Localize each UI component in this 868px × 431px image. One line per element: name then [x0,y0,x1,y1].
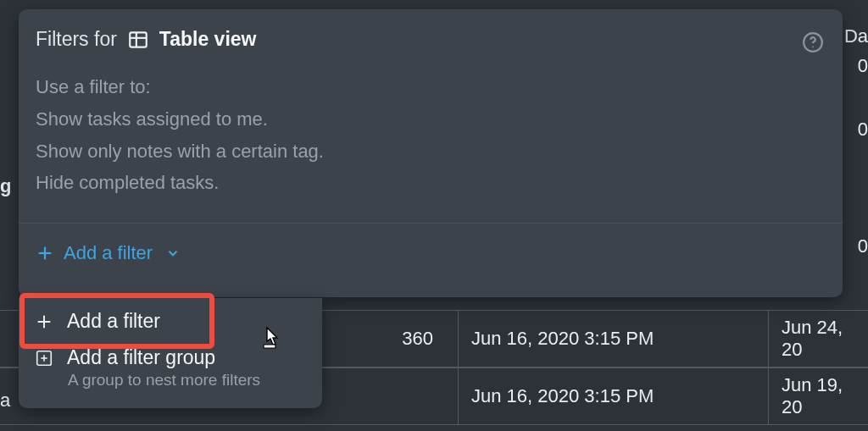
bg-value-zero: 0 [858,119,868,141]
menu-item-add-filter[interactable]: Add a filter [19,303,322,340]
menu-item-subtitle: A group to nest more filters [68,371,307,390]
panel-description: Use a filter to: Show tasks assigned to … [19,59,843,223]
cell-date: Jun 24, 20 [768,311,868,367]
desc-line: Show tasks assigned to me. [36,103,826,135]
filters-panel: Filters for Table view Us [19,9,843,297]
add-filter-label: Add a filter [64,242,153,264]
menu-item-add-filter-group[interactable]: Add a filter group A group to nest more … [19,340,322,396]
cell-date: Jun 16, 2020 3:15 PM [458,311,654,367]
chevron-down-icon [165,246,181,261]
view-name: Table view [159,28,257,51]
bg-col-label-g: g [0,175,11,197]
add-filter-dropdown-trigger[interactable]: Add a filter [19,224,843,283]
svg-rect-0 [130,32,147,47]
menu-item-label: Add a filter [67,310,160,333]
desc-line: Show only notes with a certain tag. [36,135,826,168]
cell-number: 360 [402,328,433,350]
add-filter-dropdown: Add a filter Add a filter group A group … [19,298,322,408]
cell-date: Jun 16, 2020 3:15 PM [458,368,654,424]
bg-col-label-date-partial: Da [844,25,868,47]
bg-value-zero: 0 [858,235,868,257]
add-group-icon [34,348,54,368]
bg-value-zero: 0 [858,55,868,77]
help-icon[interactable] [802,31,824,53]
table-icon [127,29,149,51]
desc-line: Use a filter to: [36,71,826,103]
menu-item-label: Add a filter group [67,346,215,369]
title-prefix: Filters for [36,28,117,51]
cell-date: Jun 19, 20 [768,368,868,424]
panel-title: Filters for Table view [36,28,819,51]
svg-point-4 [812,47,814,48]
plus-icon [36,244,54,262]
plus-icon [34,312,54,332]
desc-line: Hide completed tasks. [36,167,826,199]
